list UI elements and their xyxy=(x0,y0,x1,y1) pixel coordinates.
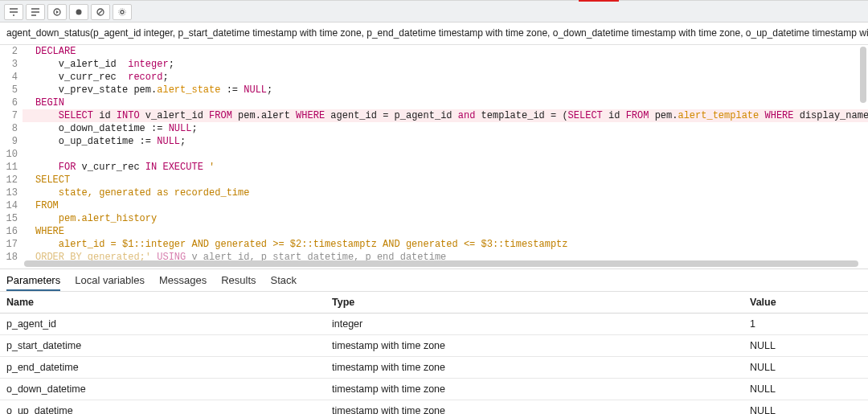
record-button[interactable] xyxy=(69,4,88,20)
cell-value: NULL xyxy=(743,400,868,415)
parameters-table: Name Type Value p_agent_idinteger1p_star… xyxy=(0,292,868,414)
col-header-value[interactable]: Value xyxy=(743,292,868,314)
debugger-tabs: ParametersLocal variablesMessagesResults… xyxy=(0,269,868,292)
table-row[interactable]: o_down_datetimetimestamp with time zoneN… xyxy=(0,379,868,400)
tab-local-variables[interactable]: Local variables xyxy=(75,274,145,291)
cell-type: integer xyxy=(326,314,743,335)
step-over-icon xyxy=(31,8,40,16)
table-row[interactable]: o_up_datetimetimestamp with time zoneNUL… xyxy=(0,400,868,415)
cell-type: timestamp with time zone xyxy=(326,379,743,400)
debugger-toolbar xyxy=(0,0,868,23)
cell-value: NULL xyxy=(743,379,868,400)
cell-type: timestamp with time zone xyxy=(326,335,743,357)
svg-marker-1 xyxy=(56,10,59,14)
horizontal-scrollbar[interactable] xyxy=(24,260,858,267)
settings-button[interactable] xyxy=(113,4,132,20)
cell-name: p_end_datetime xyxy=(0,357,326,379)
cell-name: p_agent_id xyxy=(0,314,326,335)
tab-parameters[interactable]: Parameters xyxy=(6,274,60,291)
settings-icon xyxy=(118,8,126,16)
step-into-button[interactable] xyxy=(4,4,23,20)
cell-name: o_up_datetime xyxy=(0,400,326,415)
code-editor[interactable]: 23456789101112131415161718 DECLARE v_ale… xyxy=(0,45,868,269)
col-header-type[interactable]: Type xyxy=(326,292,743,314)
svg-point-2 xyxy=(76,10,82,15)
cell-value: NULL xyxy=(743,335,868,357)
cell-name: p_start_datetime xyxy=(0,335,326,357)
svg-point-6 xyxy=(119,9,126,16)
table-row[interactable]: p_agent_idinteger1 xyxy=(0,314,868,335)
tab-messages[interactable]: Messages xyxy=(159,274,207,291)
svg-point-5 xyxy=(121,10,124,14)
record-icon xyxy=(75,8,83,16)
step-into-icon xyxy=(9,8,18,16)
stop-icon xyxy=(96,8,104,16)
tab-stack[interactable]: Stack xyxy=(271,274,297,291)
stop-button[interactable] xyxy=(91,4,110,20)
code-content[interactable]: DECLARE v_alert_id integer; v_curr_rec r… xyxy=(23,45,868,268)
play-button[interactable] xyxy=(47,4,67,20)
table-row[interactable]: p_start_datetimetimestamp with time zone… xyxy=(0,335,868,357)
svg-line-4 xyxy=(99,10,103,14)
step-over-button[interactable] xyxy=(26,4,45,20)
table-row[interactable]: p_end_datetimetimestamp with time zoneNU… xyxy=(0,357,868,379)
line-number-gutter: 23456789101112131415161718 xyxy=(0,45,23,268)
col-header-name[interactable]: Name xyxy=(0,292,326,314)
cell-value: NULL xyxy=(743,357,868,379)
cell-type: timestamp with time zone xyxy=(326,400,743,415)
cell-name: o_down_datetime xyxy=(0,379,326,400)
tab-results[interactable]: Results xyxy=(221,274,256,291)
play-icon xyxy=(53,8,61,16)
vertical-scrollbar[interactable] xyxy=(860,47,866,103)
cell-type: timestamp with time zone xyxy=(326,357,743,379)
cell-value: 1 xyxy=(743,314,868,335)
function-signature: agent_down_status(p_agent_id integer, p_… xyxy=(0,23,868,45)
